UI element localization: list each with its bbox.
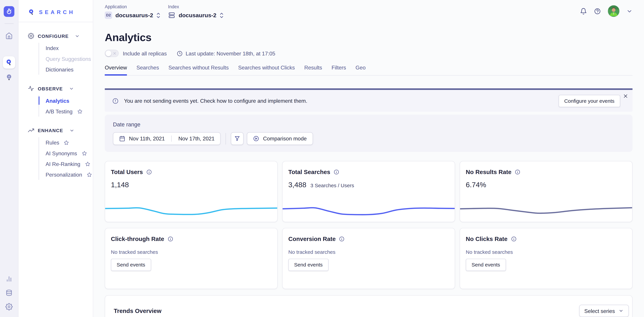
filter-button[interactable]	[231, 132, 244, 145]
gear-icon	[28, 33, 34, 39]
chevron-down-icon	[69, 86, 74, 91]
empty-message: No tracked searches	[288, 249, 449, 255]
click-through-rate-card: Click-through Rate No tracked searches S…	[105, 228, 278, 289]
index-name: docusaurus-2	[179, 12, 216, 18]
search-logo[interactable]: SEARCH	[18, 0, 93, 16]
sidebar-group-enhance: ENHANCE Rules AI Synonyms AI Re-Ranking	[28, 127, 93, 180]
sidebar-items-enhance: Rules AI Synonyms AI Re-Ranking Personal…	[38, 137, 93, 180]
banner-close-button[interactable]	[623, 94, 628, 98]
settings-button[interactable]	[6, 303, 13, 310]
application-name: docusaurus-2	[116, 12, 153, 18]
toggle-knob	[106, 50, 112, 56]
chevron-down-icon	[69, 128, 74, 133]
select-series-button[interactable]: Select series	[579, 305, 629, 317]
search-logo-label: SEARCH	[39, 9, 75, 15]
tab-filters[interactable]: Filters	[332, 64, 346, 75]
sidebar-item-analytics[interactable]: Analytics	[46, 95, 93, 106]
sidebar-item-ai-synonyms[interactable]: AI Synonyms	[46, 148, 93, 158]
tab-results[interactable]: Results	[304, 64, 322, 75]
sidebar-group-observe: OBSERVE Analytics A/B Testing	[28, 85, 93, 116]
sidebar-item-personalization[interactable]: Personalization	[46, 169, 93, 180]
sidebar-item-label: Rules	[46, 140, 59, 146]
sidebar-item-rules[interactable]: Rules	[46, 137, 93, 148]
tab-searches-without-results[interactable]: Searches without Results	[168, 64, 229, 75]
data-button[interactable]	[6, 289, 13, 296]
date-range-start: Nov 11th, 2021	[129, 136, 165, 142]
info-circle-icon[interactable]	[146, 169, 152, 175]
sidebar-group-enhance-header[interactable]: ENHANCE	[28, 127, 93, 133]
date-range-button[interactable]: Nov 11th, 2021 Nov 17th, 2021	[113, 132, 221, 145]
bell-icon	[580, 8, 587, 14]
info-circle-icon[interactable]	[515, 169, 520, 175]
home-icon	[6, 32, 13, 40]
search-icon	[6, 59, 13, 66]
clock-icon	[177, 50, 183, 56]
home-button[interactable]	[6, 32, 13, 40]
info-circle-icon	[112, 98, 119, 104]
sidebar-divider	[18, 22, 93, 22]
sidebar-item-label: Query Suggestions	[46, 56, 91, 62]
configure-events-button[interactable]: Configure your events	[558, 95, 620, 107]
stat-note: 3 Searches / Users	[310, 183, 354, 188]
sorter-icon	[156, 12, 160, 18]
index-selector: Index docusaurus-2	[168, 4, 224, 19]
include-replicas-toggle[interactable]	[105, 50, 119, 57]
app-logo[interactable]	[4, 6, 14, 17]
trends-overview-card: Trends Overview Select series	[105, 295, 633, 317]
notifications-button[interactable]	[580, 8, 587, 14]
banner-message: You are not sending events yet. Check ho…	[124, 98, 307, 104]
sidebar-item-dictionaries[interactable]: Dictionaries	[46, 64, 93, 75]
info-circle-icon[interactable]	[339, 236, 345, 242]
tab-searches[interactable]: Searches	[136, 64, 159, 75]
info-circle-icon[interactable]	[168, 236, 173, 242]
account-menu-button[interactable]	[626, 8, 632, 14]
no-clicks-rate-card: No Clicks Rate No tracked searches Send …	[460, 228, 632, 289]
activity-icon	[28, 85, 34, 92]
tab-overview[interactable]: Overview	[105, 64, 127, 75]
total-users-card: Total Users 1,148	[105, 161, 278, 222]
send-events-button[interactable]: Send events	[111, 259, 151, 271]
application-dropdown[interactable]: D2 docusaurus-2	[105, 12, 160, 19]
product-rail	[0, 0, 18, 317]
date-range-label: Date range	[113, 122, 624, 128]
comparison-mode-button[interactable]: Comparison mode	[247, 132, 313, 145]
info-circle-icon[interactable]	[511, 236, 516, 242]
empty-message: No tracked searches	[466, 249, 626, 255]
sidebar-nav: CONFIGURE Index Query Suggestions Dictio…	[18, 33, 93, 180]
send-events-button[interactable]: Send events	[288, 259, 328, 271]
main-content: Application D2 docusaurus-2 Index docusa…	[93, 0, 644, 317]
calendar-icon	[119, 136, 125, 142]
stats-row-1: Total Users 1,148 Total Searches 3,488 3…	[105, 161, 633, 222]
help-button[interactable]	[594, 8, 601, 14]
sidebar-group-observe-header[interactable]: OBSERVE	[28, 85, 93, 92]
chevron-down-icon	[75, 34, 80, 38]
search-product-button[interactable]	[3, 56, 15, 68]
info-circle-icon[interactable]	[334, 169, 339, 175]
sidebar-item-index[interactable]: Index	[46, 43, 93, 54]
app-viewport: SEARCH CONFIGURE Index Query Suggestions…	[0, 0, 644, 317]
total-searches-card: Total Searches 3,488 3 Searches / Users	[282, 161, 455, 222]
no-results-rate-sparkline	[460, 200, 632, 218]
send-events-button[interactable]: Send events	[466, 259, 506, 271]
star-icon	[77, 109, 82, 114]
sidebar-item-ab-testing[interactable]: A/B Testing	[46, 106, 93, 116]
usage-button[interactable]	[6, 275, 13, 282]
sidebar-group-label: ENHANCE	[38, 128, 63, 133]
sidebar-item-label: Dictionaries	[46, 66, 74, 72]
database-icon	[6, 289, 13, 296]
card-title: No Results Rate	[466, 169, 512, 176]
tab-searches-without-clicks[interactable]: Searches without Clicks	[238, 64, 295, 75]
analytics-tabs: Overview Searches Searches without Resul…	[105, 64, 633, 76]
card-title: No Clicks Rate	[466, 236, 508, 242]
tab-geo[interactable]: Geo	[356, 64, 366, 75]
page-meta-row: Include all replicas Last update: Novemb…	[105, 50, 633, 57]
avatar[interactable]	[608, 6, 619, 17]
sidebar-group-label: OBSERVE	[38, 86, 63, 91]
empty-message: No tracked searches	[111, 249, 272, 255]
index-dropdown[interactable]: docusaurus-2	[168, 12, 224, 19]
sidebar-item-query-suggestions[interactable]: Query Suggestions	[46, 54, 93, 64]
sidebar-item-ai-re-ranking[interactable]: AI Re-Ranking	[46, 158, 93, 169]
card-title: Total Searches	[288, 169, 330, 176]
recommend-product-button[interactable]	[6, 74, 13, 82]
sidebar-group-configure-header[interactable]: CONFIGURE	[28, 33, 93, 39]
